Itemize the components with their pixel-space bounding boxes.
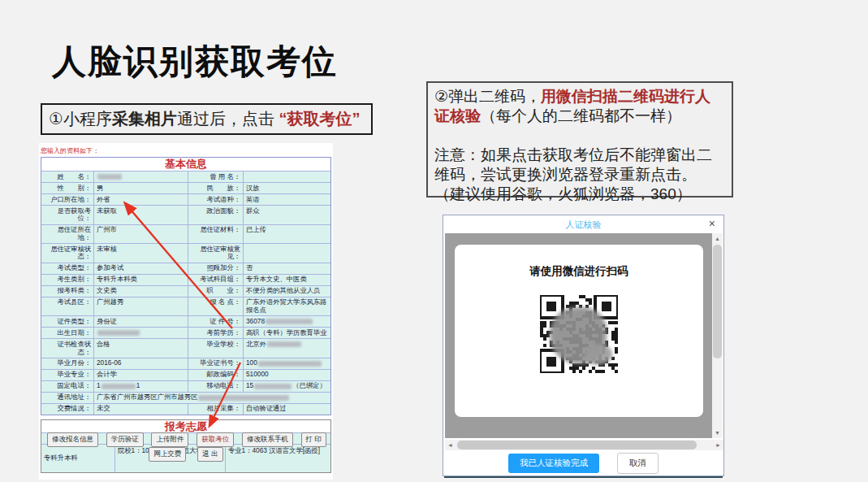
exit-button[interactable]: 退 出 [197,447,222,462]
field-label: 考试语种： [188,194,243,205]
print-button[interactable]: 打 印 [301,432,326,447]
field-label: 性 别： [41,183,93,193]
redacted-value [198,395,289,401]
field-label: 交费情况： [41,404,93,415]
table-row: 证书检查状态：合格毕业学校：北京外 [41,338,330,358]
modify-phone-button[interactable]: 修改联系手机 [242,432,293,447]
field-value: 11 [93,381,188,392]
step2-suffix: （每个人的二维码都不一样） [481,107,681,124]
cell-text: 参加考试 [97,263,123,271]
field-label: 姓 名： [41,172,93,182]
cell-text: 不便分类的其他从业人员 [246,286,320,294]
field-label: 户口所在地： [41,194,93,205]
cell-text: 1 [136,381,140,389]
field-label: 居住证所在地： [41,225,93,244]
table-row: 报考科类：文史类职 业：不便分类的其他从业人员 [41,285,330,297]
cell-text: 男 [97,184,103,192]
field-label: 毕业学校： [188,339,243,358]
horizontal-scrollbar[interactable]: ◄ ► [445,440,723,450]
field-value: 广州市 [93,225,188,244]
field-label: 移动电话： [188,381,243,392]
table-row: 考试类型：参加考试照顾加分：否 [41,263,330,274]
get-seat-button[interactable]: 获取考位 [196,432,234,447]
field-value: 身份证 [93,316,188,327]
field-label: 毕业专业： [41,370,93,380]
horizontal-scrollbar-thumb[interactable] [457,441,697,449]
field-label: 职 业： [188,286,243,297]
step2-text: ②弹出二维码， [434,88,541,105]
qr-code [540,295,618,373]
field-label: 证 件 号： [188,316,243,327]
cell-text: 高职（专科）学历教育毕业 [246,328,327,337]
vertical-scrollbar[interactable]: ▲ ▼ [712,233,723,438]
cell-text: 15 [246,381,253,389]
field-label: 通讯地址： [41,393,93,403]
table-row: 通讯地址：广东省广州市越秀区广州市越秀区 [41,392,330,403]
field-value: 不便分类的其他从业人员 [243,286,330,297]
cancel-button[interactable]: 取消 [617,453,659,474]
redacted-value [254,384,291,389]
field-value: 未获取 [93,206,188,224]
cell-text: 510000 [246,370,269,378]
redacted-value [267,341,301,347]
field-value: 否 [243,263,330,274]
verify-done-button[interactable]: 我已人证核验完成 [508,454,599,473]
scroll-right-icon[interactable]: ► [713,440,723,450]
field-label: 相片采集： [188,404,243,415]
step1-text: ①小程序 [49,110,112,128]
field-label: 证书检查状态： [41,339,93,358]
step1-highlight: “获取考位” [279,110,361,128]
cell-text: 否 [246,263,253,271]
qr-card: 请使用微信进行扫码 [455,245,703,417]
table-row: 户口所在地：外省考试语种：英语 [41,193,330,205]
volunteer-empty-cell [225,462,330,472]
field-value [243,244,330,263]
field-label: 毕业月份： [41,358,93,369]
vertical-scrollbar-thumb[interactable] [713,245,722,358]
cell-text: 1 [97,381,101,389]
field-label: 出生日期： [41,328,93,338]
scroll-down-icon[interactable]: ▼ [712,428,723,438]
field-value: 北京外 [243,339,330,358]
field-value: 自动验证通过 [243,404,330,415]
field-value: 文史类 [93,286,188,297]
step1-instruction: ①小程序采集相片通过后，点击 “获取考位” [41,103,373,135]
cell-text: 英语 [246,195,260,203]
modify-info-button[interactable]: 修改报名信息 [47,432,98,447]
cell-text: 文史类 [97,286,117,294]
form-buttons-row1: 修改报名信息学历验证上传附件获取考位修改联系手机打 印 [47,432,326,447]
table-row: 考生类别：专科升本科类考试科目组：专升本文史、中医类 [41,274,330,285]
field-value [93,328,188,338]
cell-text: 已上传 [246,225,266,233]
field-value: 已上传 [243,225,330,244]
form-intro-text: 您输入的资料如下： [39,143,333,157]
field-label: 政治面貌： [188,206,243,224]
field-value: 合格 [93,339,188,358]
upload-attachment-button[interactable]: 上传附件 [151,432,188,447]
field-value: 英语 [243,194,330,205]
field-value: 100 [243,358,330,369]
scroll-up-icon[interactable]: ▲ [712,233,723,244]
field-value: 广东外语外贸大学东风东路报名点 [243,297,330,316]
cell-text: 合格 [97,340,110,348]
scroll-left-icon[interactable]: ◄ [445,440,456,450]
cell-text: 自动验证通过 [246,404,287,412]
step2-instruction: ②弹出二维码，用微信扫描二维码进行人证核验（每个人的二维码都不一样） 注意：如果… [426,81,733,198]
cell-text: 专升本文史、中医类 [246,275,307,283]
field-value: 广东省广州市越秀区广州市越秀区 [93,393,330,403]
cell-text: （已绑定） [292,381,326,389]
field-label: 考试科目组： [188,275,243,285]
online-pay-button[interactable]: 网上交费 [149,447,186,462]
field-value: 广州越秀 [93,297,188,316]
field-label: 是否获取考位： [41,206,93,224]
cell-text: 专科升本科类 [97,275,137,283]
field-label: 报考科类： [41,286,93,297]
field-label: 考前学历： [188,328,243,338]
field-value: 男 [93,183,188,193]
close-icon[interactable]: × [709,218,715,229]
table-row: 考试县区：广州越秀报 名 点：广东外语外贸大学东风东路报名点 [41,297,330,316]
dialog-title: 人证核验 [443,219,723,231]
field-value [93,172,188,182]
table-row: 证件类型：身份证证 件 号：36078 [41,315,330,327]
credential-verify-button[interactable]: 学历验证 [106,432,144,447]
